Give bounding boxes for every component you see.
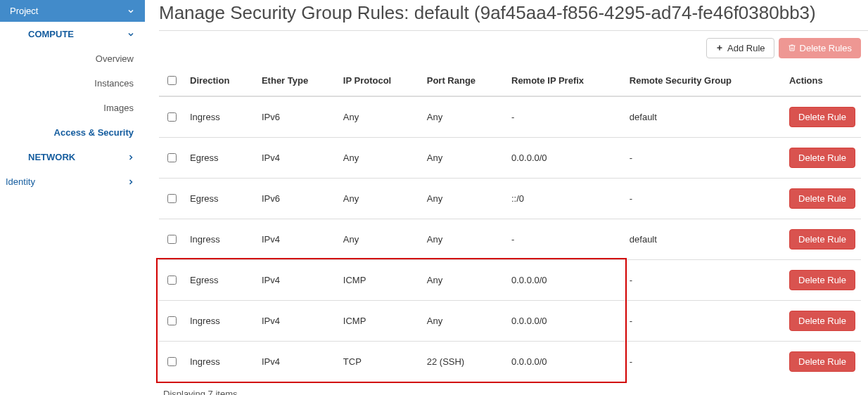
col-ether-type: Ether Type <box>256 65 338 96</box>
cell-direction: Ingress <box>184 219 256 259</box>
page-title: Manage Security Group Rules: default (9a… <box>159 1 868 25</box>
cell-sg: - <box>624 137 784 178</box>
chevron-right-icon <box>127 153 135 162</box>
table-row: IngressIPv6AnyAny-defaultDelete Rule <box>159 96 861 138</box>
sidebar-compute-list: Overview Instances Images Access & Secur… <box>0 46 145 145</box>
delete-rule-button[interactable]: Delete Rule <box>789 148 855 168</box>
chevron-right-icon <box>127 178 135 186</box>
sidebar-group-label: NETWORK <box>28 152 75 162</box>
plus-icon <box>715 44 724 52</box>
col-remote-ip-prefix: Remote IP Prefix <box>506 65 624 96</box>
select-all-checkbox[interactable] <box>167 76 177 85</box>
cell-proto: Any <box>338 178 421 219</box>
row-checkbox[interactable] <box>167 235 177 244</box>
cell-prefix: - <box>506 96 624 138</box>
chevron-down-icon <box>127 7 135 15</box>
table-header-row: Direction Ether Type IP Protocol Port Ra… <box>159 65 861 96</box>
cell-sg: - <box>624 341 784 382</box>
cell-ether: IPv4 <box>256 259 338 300</box>
toolbar: Add Rule Delete Rules <box>159 38 868 58</box>
sidebar-item-access-security[interactable]: Access & Security <box>0 120 145 145</box>
trash-icon <box>788 44 796 52</box>
cell-sg: default <box>624 96 784 138</box>
col-actions: Actions <box>784 65 861 96</box>
cell-ether: IPv4 <box>256 219 338 259</box>
sidebar-group-compute[interactable]: COMPUTE <box>0 22 145 46</box>
cell-port: Any <box>421 259 506 300</box>
cell-direction: Egress <box>184 178 256 219</box>
delete-rules-label: Delete Rules <box>800 43 852 53</box>
col-direction: Direction <box>184 65 256 96</box>
cell-prefix: 0.0.0.0/0 <box>506 259 624 300</box>
delete-rule-button[interactable]: Delete Rule <box>789 311 855 331</box>
cell-proto: TCP <box>338 341 421 382</box>
sidebar-group-network[interactable]: NETWORK <box>0 145 145 169</box>
cell-port: 22 (SSH) <box>421 341 506 382</box>
cell-proto: Any <box>338 219 421 259</box>
table-row: EgressIPv4ICMPAny0.0.0.0/0-Delete Rule <box>159 259 861 300</box>
col-ip-protocol: IP Protocol <box>338 65 421 96</box>
sidebar-item-images[interactable]: Images <box>0 96 145 120</box>
cell-proto: ICMP <box>338 300 421 341</box>
main-content: Manage Security Group Rules: default (9a… <box>145 0 868 395</box>
cell-sg: default <box>624 219 784 259</box>
cell-direction: Egress <box>184 259 256 300</box>
rules-table: Direction Ether Type IP Protocol Port Ra… <box>159 65 861 382</box>
delete-rule-button[interactable]: Delete Rule <box>789 229 855 250</box>
cell-prefix: 0.0.0.0/0 <box>506 300 624 341</box>
cell-port: Any <box>421 219 506 259</box>
cell-ether: IPv4 <box>256 137 338 178</box>
cell-direction: Ingress <box>184 96 256 138</box>
delete-rule-button[interactable]: Delete Rule <box>789 270 855 290</box>
cell-sg: - <box>624 300 784 341</box>
delete-rule-button[interactable]: Delete Rule <box>789 188 855 209</box>
row-checkbox[interactable] <box>167 357 177 366</box>
table-row: IngressIPv4AnyAny-defaultDelete Rule <box>159 219 861 259</box>
delete-rules-button[interactable]: Delete Rules <box>779 38 861 58</box>
sidebar-item-overview[interactable]: Overview <box>0 46 145 71</box>
delete-rule-button[interactable]: Delete Rule <box>789 351 855 372</box>
sidebar: Project COMPUTE Overview Instances Image… <box>0 0 145 395</box>
cell-ether: IPv6 <box>256 96 338 138</box>
row-checkbox[interactable] <box>167 194 177 203</box>
sidebar-project-toggle[interactable]: Project <box>0 0 145 22</box>
table-row: EgressIPv6AnyAny::/0-Delete Rule <box>159 178 861 219</box>
sidebar-project-label: Project <box>10 6 38 16</box>
delete-rule-button[interactable]: Delete Rule <box>789 107 855 127</box>
table-row: IngressIPv4ICMPAny0.0.0.0/0-Delete Rule <box>159 300 861 341</box>
row-checkbox[interactable] <box>167 316 177 325</box>
cell-ether: IPv6 <box>256 178 338 219</box>
cell-direction: Ingress <box>184 341 256 382</box>
sidebar-group-label: Identity <box>6 176 35 187</box>
cell-port: Any <box>421 178 506 219</box>
table-row: EgressIPv4AnyAny0.0.0.0/0-Delete Rule <box>159 137 861 178</box>
cell-port: Any <box>421 137 506 178</box>
sidebar-item-instances[interactable]: Instances <box>0 71 145 96</box>
row-checkbox[interactable] <box>167 153 177 162</box>
cell-port: Any <box>421 96 506 138</box>
table-row: IngressIPv4TCP22 (SSH)0.0.0.0/0-Delete R… <box>159 341 861 382</box>
row-checkbox[interactable] <box>167 276 177 285</box>
cell-direction: Egress <box>184 137 256 178</box>
add-rule-button[interactable]: Add Rule <box>706 38 774 58</box>
row-checkbox[interactable] <box>167 112 177 122</box>
col-port-range: Port Range <box>421 65 506 96</box>
cell-proto: ICMP <box>338 259 421 300</box>
cell-prefix: 0.0.0.0/0 <box>506 341 624 382</box>
cell-port: Any <box>421 300 506 341</box>
cell-prefix: - <box>506 219 624 259</box>
cell-sg: - <box>624 178 784 219</box>
add-rule-label: Add Rule <box>727 43 765 53</box>
sidebar-group-label: COMPUTE <box>28 29 74 39</box>
cell-ether: IPv4 <box>256 341 338 382</box>
col-remote-sg: Remote Security Group <box>624 65 784 96</box>
cell-ether: IPv4 <box>256 300 338 341</box>
table-footer: Displaying 7 items <box>159 382 868 396</box>
sidebar-group-identity[interactable]: Identity <box>0 169 145 194</box>
cell-sg: - <box>624 259 784 300</box>
cell-proto: Any <box>338 137 421 178</box>
divider <box>159 30 868 31</box>
cell-direction: Ingress <box>184 300 256 341</box>
chevron-down-icon <box>127 30 135 39</box>
cell-prefix: ::/0 <box>506 178 624 219</box>
